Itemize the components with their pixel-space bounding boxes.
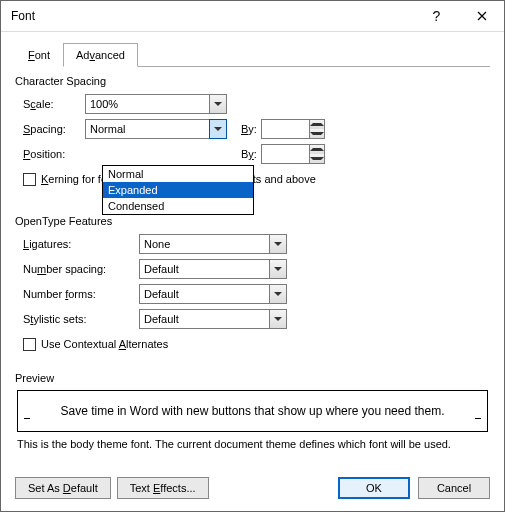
- group-preview: Preview: [15, 372, 490, 384]
- spin-up[interactable]: [310, 145, 324, 154]
- kerning-checkbox[interactable]: [23, 173, 36, 186]
- spin-down[interactable]: [310, 154, 324, 163]
- chevron-down-icon: [274, 317, 282, 321]
- ligatures-label: Ligatures:: [23, 238, 139, 250]
- group-character-spacing: Character Spacing: [15, 75, 490, 87]
- position-by-label: By:: [241, 148, 257, 160]
- close-button[interactable]: [459, 1, 504, 31]
- text-effects-button[interactable]: Text Effects...: [117, 477, 209, 499]
- help-button[interactable]: ?: [414, 1, 459, 31]
- spacing-by-label: By:: [241, 123, 257, 135]
- preview-text: Save time in Word with new buttons that …: [61, 404, 445, 418]
- chevron-down-icon: [274, 292, 282, 296]
- spacing-dropdown-button[interactable]: [209, 119, 227, 139]
- spacing-label: Spacing:: [23, 123, 85, 135]
- stylesets-label: Stylistic sets:: [23, 313, 139, 325]
- contextual-checkbox[interactable]: [23, 338, 36, 351]
- spin-up[interactable]: [310, 120, 324, 129]
- spacing-option-normal[interactable]: Normal: [103, 166, 253, 182]
- spacing-option-condensed[interactable]: Condensed: [103, 198, 253, 214]
- position-by-spinner[interactable]: [261, 144, 325, 164]
- ligatures-combo[interactable]: None: [139, 234, 287, 254]
- numforms-combo[interactable]: Default: [139, 284, 287, 304]
- group-opentype: OpenType Features: [15, 215, 490, 227]
- spacing-value[interactable]: Normal: [85, 119, 209, 139]
- chevron-down-icon: [274, 242, 282, 246]
- numforms-label: Number forms:: [23, 288, 139, 300]
- spacing-by-spinner[interactable]: [261, 119, 325, 139]
- numspacing-combo[interactable]: Default: [139, 259, 287, 279]
- preview-box: Save time in Word with new buttons that …: [17, 390, 488, 432]
- cancel-button[interactable]: Cancel: [418, 477, 490, 499]
- tab-advanced[interactable]: Advanced: [63, 43, 138, 67]
- preview-note: This is the body theme font. The current…: [17, 438, 488, 450]
- scale-combo[interactable]: 100%: [85, 94, 227, 114]
- contextual-label: Use Contextual Alternates: [41, 338, 168, 350]
- chevron-down-icon: [214, 102, 222, 106]
- position-label: Position:: [23, 148, 85, 160]
- scale-value[interactable]: 100%: [85, 94, 209, 114]
- spin-down[interactable]: [310, 129, 324, 138]
- ok-button[interactable]: OK: [338, 477, 410, 499]
- spacing-option-expanded[interactable]: Expanded: [103, 182, 253, 198]
- dialog-title: Font: [11, 9, 35, 23]
- scale-dropdown-button[interactable]: [209, 94, 227, 114]
- tab-font[interactable]: Font: [15, 43, 63, 67]
- set-default-button[interactable]: Set As Default: [15, 477, 111, 499]
- spacing-combo[interactable]: Normal: [85, 119, 227, 139]
- scale-label: Scale:: [23, 98, 85, 110]
- chevron-down-icon: [214, 127, 222, 131]
- numspacing-label: Number spacing:: [23, 263, 139, 275]
- spacing-dropdown-list[interactable]: Normal Expanded Condensed: [102, 165, 254, 215]
- stylesets-combo[interactable]: Default: [139, 309, 287, 329]
- chevron-down-icon: [274, 267, 282, 271]
- close-icon: [477, 11, 487, 21]
